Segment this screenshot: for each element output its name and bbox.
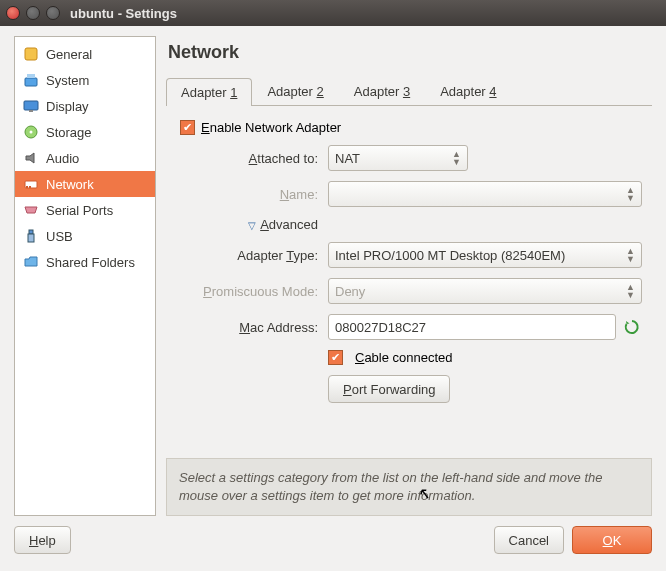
adapter-type-label: Adapter Type: xyxy=(180,248,328,263)
svg-rect-8 xyxy=(26,186,28,188)
window-close-button[interactable] xyxy=(6,6,20,20)
promiscuous-mode-select: Deny▲▼ xyxy=(328,278,642,304)
cancel-button[interactable]: Cancel xyxy=(494,526,564,554)
sidebar-item-label: Audio xyxy=(46,151,79,166)
sidebar-item-display[interactable]: Display xyxy=(15,93,155,119)
mac-address-label: Mac Address: xyxy=(180,320,328,335)
sidebar-item-general[interactable]: General xyxy=(15,41,155,67)
tab-adapter-1[interactable]: Adapter 1 xyxy=(166,78,252,106)
sidebar-item-storage[interactable]: Storage xyxy=(15,119,155,145)
cable-connected-label: Cable connected xyxy=(355,350,453,365)
main-panel: Network Adapter 1 Adapter 2 Adapter 3 Ad… xyxy=(166,36,652,516)
window-title: ubuntu - Settings xyxy=(70,6,177,21)
attached-to-select[interactable]: NAT▲▼ xyxy=(328,145,468,171)
enable-network-checkbox[interactable]: ✔ xyxy=(180,120,195,135)
mouse-cursor-icon: ↖ xyxy=(417,483,430,505)
svg-rect-10 xyxy=(29,230,33,234)
sidebar-item-label: General xyxy=(46,47,92,62)
window-maximize-button[interactable] xyxy=(46,6,60,20)
name-label: Name: xyxy=(180,187,328,202)
sidebar-item-label: System xyxy=(46,73,89,88)
sidebar-item-shared-folders[interactable]: Shared Folders xyxy=(15,249,155,275)
info-hint: Select a settings category from the list… xyxy=(166,458,652,516)
sidebar-item-system[interactable]: System xyxy=(15,67,155,93)
storage-icon xyxy=(23,124,39,140)
port-forwarding-button[interactable]: Port Forwarding xyxy=(328,375,450,403)
sidebar-item-label: Storage xyxy=(46,125,92,140)
adapter-type-select[interactable]: Intel PRO/1000 MT Desktop (82540EM)▲▼ xyxy=(328,242,642,268)
adapter-settings-panel: ✔ Enable Network Adapter Attached to: NA… xyxy=(166,106,652,452)
window-titlebar: ubuntu - Settings xyxy=(0,0,666,26)
attached-to-label: Attached to: xyxy=(180,151,328,166)
sidebar-item-label: Display xyxy=(46,99,89,114)
help-button[interactable]: Help xyxy=(14,526,71,554)
mac-address-input[interactable] xyxy=(328,314,616,340)
shared-folders-icon xyxy=(23,254,39,270)
chevron-down-icon: ▽ xyxy=(248,220,256,231)
dialog-footer: Help Cancel OK xyxy=(0,516,666,568)
tab-adapter-3[interactable]: Adapter 3 xyxy=(339,77,425,105)
svg-point-6 xyxy=(30,131,33,134)
svg-rect-0 xyxy=(25,48,37,60)
promiscuous-mode-label: Promiscuous Mode: xyxy=(180,284,328,299)
sidebar-item-network[interactable]: Network xyxy=(15,171,155,197)
sidebar-item-label: Serial Ports xyxy=(46,203,113,218)
system-icon xyxy=(23,72,39,88)
settings-sidebar: General System Display Storage Audio Net… xyxy=(14,36,156,516)
sidebar-item-label: USB xyxy=(46,229,73,244)
sidebar-item-serial-ports[interactable]: Serial Ports xyxy=(15,197,155,223)
window-minimize-button[interactable] xyxy=(26,6,40,20)
name-select: ▲▼ xyxy=(328,181,642,207)
sidebar-item-usb[interactable]: USB xyxy=(15,223,155,249)
network-icon xyxy=(23,176,39,192)
adapter-tabs: Adapter 1 Adapter 2 Adapter 3 Adapter 4 xyxy=(166,77,652,106)
advanced-toggle[interactable]: ▽Advanced xyxy=(180,217,328,232)
svg-rect-9 xyxy=(29,186,31,188)
cable-connected-checkbox[interactable]: ✔ xyxy=(328,350,343,365)
serial-port-icon xyxy=(23,202,39,218)
svg-rect-4 xyxy=(29,110,33,112)
svg-rect-1 xyxy=(25,78,37,86)
usb-icon xyxy=(23,228,39,244)
svg-rect-2 xyxy=(27,74,35,78)
tab-adapter-4[interactable]: Adapter 4 xyxy=(425,77,511,105)
sidebar-item-label: Shared Folders xyxy=(46,255,135,270)
enable-network-label: Enable Network Adapter xyxy=(201,120,341,135)
page-title: Network xyxy=(166,36,652,77)
ok-button[interactable]: OK xyxy=(572,526,652,554)
refresh-icon xyxy=(624,319,640,335)
svg-rect-11 xyxy=(28,234,34,242)
tab-adapter-2[interactable]: Adapter 2 xyxy=(252,77,338,105)
sidebar-item-audio[interactable]: Audio xyxy=(15,145,155,171)
sidebar-item-label: Network xyxy=(46,177,94,192)
display-icon xyxy=(23,98,39,114)
general-icon xyxy=(23,46,39,62)
audio-icon xyxy=(23,150,39,166)
svg-rect-3 xyxy=(24,101,38,110)
mac-refresh-button[interactable] xyxy=(622,317,642,337)
